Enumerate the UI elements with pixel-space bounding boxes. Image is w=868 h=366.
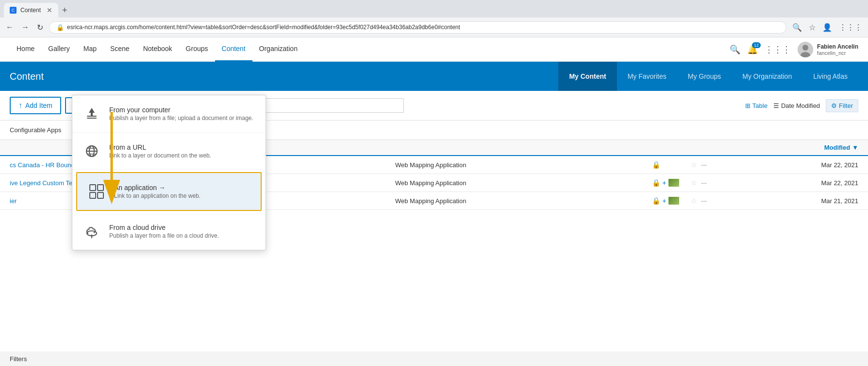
col-header-modified[interactable]: Modified ▼: [730, 144, 858, 151]
from-cloud-text: From a cloud drive Publish a layer from …: [109, 224, 219, 239]
apps-grid-button[interactable]: ⋮⋮⋮: [765, 44, 791, 55]
lock-icon-2: 🔒: [652, 179, 660, 187]
from-computer-title: From your computer: [109, 106, 253, 114]
more-button-3[interactable]: ···: [701, 197, 707, 205]
more-button-2[interactable]: ···: [701, 179, 707, 187]
add-item-dropdown: From your computer Publish a layer from …: [72, 95, 266, 250]
date-modified-button[interactable]: ☰ Date Modified: [773, 102, 820, 109]
an-application-desc: Link to an application on the web.: [114, 192, 200, 199]
sort-arrow: ▼: [852, 144, 858, 151]
star-button-1[interactable]: ☆: [691, 161, 697, 169]
content-tabs: My Content My Favorites My Groups My Org…: [558, 62, 858, 91]
thumbnail-2: [668, 179, 679, 187]
col-header-type: [395, 144, 652, 151]
tab-close-btn[interactable]: ✕: [47, 6, 52, 14]
refresh-button[interactable]: ↻: [35, 21, 45, 34]
nav-home[interactable]: Home: [10, 37, 41, 62]
section-title: Configurable Apps: [10, 126, 61, 134]
row-icons-1: 🔒: [652, 161, 691, 169]
add-icon-3[interactable]: +: [662, 197, 666, 205]
user-name: Fabien Ancelin: [817, 43, 858, 50]
add-item-button[interactable]: ↑ Add Item: [10, 97, 61, 114]
table-icon: ⊞: [745, 102, 751, 109]
row-actions-2: ☆ ···: [691, 179, 730, 187]
add-icon-2[interactable]: +: [662, 179, 666, 187]
row-modified-3: Mar 21, 2021: [730, 197, 858, 205]
nav-notebook[interactable]: Notebook: [136, 37, 179, 62]
star-button-2[interactable]: ☆: [691, 179, 697, 187]
dropdown-an-application[interactable]: An application → Link to an application …: [76, 172, 262, 211]
col-header-icons: [652, 144, 691, 151]
nav-gallery[interactable]: Gallery: [41, 37, 76, 62]
tab-favicon: C: [10, 7, 17, 14]
browser-search-btn[interactable]: 🔍: [790, 21, 804, 34]
star-button-3[interactable]: ☆: [691, 197, 697, 205]
avatar: [798, 42, 813, 57]
date-icon: ☰: [773, 102, 779, 109]
application-grid-icon: [87, 182, 106, 201]
row-modified-2: Mar 22, 2021: [730, 179, 858, 187]
row-actions-1: ☆ ···: [691, 161, 730, 169]
row-actions-3: ☆ ···: [691, 197, 730, 205]
add-item-icon: ↑: [18, 101, 22, 110]
svg-point-1: [802, 45, 808, 51]
tab-title: Content: [20, 7, 41, 14]
url-text: esrica-ncr.maps.arcgis.com/home/content.…: [67, 24, 460, 31]
cloud-icon: [82, 222, 101, 241]
forward-button[interactable]: →: [19, 21, 31, 34]
col-header-actions: [691, 144, 730, 151]
more-button-1[interactable]: ···: [701, 161, 707, 169]
row-modified-1: Mar 22, 2021: [730, 161, 858, 169]
svg-rect-13: [90, 192, 96, 198]
browser-tab[interactable]: C Content ✕: [4, 3, 58, 17]
browser-profile-btn[interactable]: 👤: [820, 21, 834, 34]
back-button[interactable]: ←: [4, 21, 16, 34]
svg-rect-4: [87, 118, 97, 119]
filter-button[interactable]: ⚙ Filter: [826, 99, 858, 112]
table-view-button[interactable]: ⊞ Table: [745, 102, 768, 109]
nav-map[interactable]: Map: [77, 37, 103, 62]
nav-organization[interactable]: Organization: [252, 37, 304, 62]
new-tab-button[interactable]: +: [58, 5, 71, 16]
search-button[interactable]: 🔍: [730, 44, 740, 55]
user-handle: fancelin_ncr: [817, 50, 858, 56]
browser-extensions-btn[interactable]: ⋮⋮⋮: [837, 21, 864, 34]
filters-footer: Filters: [0, 351, 868, 366]
row-type-3: Web Mapping Application: [395, 197, 652, 205]
notification-badge: 12: [752, 42, 761, 48]
tab-my-content[interactable]: My Content: [558, 62, 617, 91]
from-cloud-desc: Publish a layer from a file on a cloud d…: [109, 232, 219, 239]
notifications-button[interactable]: 🔔 12: [747, 44, 758, 55]
nav-content[interactable]: Content: [215, 37, 252, 62]
url-bar[interactable]: 🔒 esrica-ncr.maps.arcgis.com/home/conten…: [49, 21, 786, 34]
view-controls: ⊞ Table ☰ Date Modified ⚙ Filter: [745, 99, 858, 112]
filters-label: Filters: [10, 355, 27, 363]
tab-my-favorites[interactable]: My Favorites: [617, 62, 677, 91]
nav-groups[interactable]: Groups: [179, 37, 215, 62]
browser-bookmark-btn[interactable]: ☆: [807, 21, 818, 34]
content-header: Content My Content My Favorites My Group…: [0, 62, 868, 91]
content-page-title: Content: [10, 71, 44, 82]
add-item-label: Add Item: [25, 102, 52, 109]
date-modified-label: Date Modified: [781, 102, 820, 109]
svg-marker-5: [89, 108, 95, 116]
dropdown-from-cloud[interactable]: From a cloud drive Publish a layer from …: [72, 213, 266, 250]
row-type-1: Web Mapping Application: [395, 161, 652, 169]
lock-icon-3: 🔒: [652, 197, 660, 205]
table-label: Table: [752, 102, 768, 109]
modified-label: Modified: [824, 144, 850, 151]
user-area[interactable]: Fabien Ancelin fancelin_ncr: [798, 42, 858, 57]
dropdown-from-computer[interactable]: From your computer Publish a layer from …: [72, 95, 266, 133]
an-application-title: An application →: [114, 184, 200, 192]
tab-my-organization[interactable]: My Organization: [732, 62, 802, 91]
nav-scene[interactable]: Scene: [103, 37, 136, 62]
tab-my-groups[interactable]: My Groups: [677, 62, 732, 91]
dropdown-from-url[interactable]: From a URL Link to a layer or document o…: [72, 133, 266, 170]
from-computer-text: From your computer Publish a layer from …: [109, 106, 253, 122]
filter-icon: ⚙: [831, 102, 837, 109]
thumbnail-3: [668, 197, 679, 205]
tab-living-atlas[interactable]: Living Atlas: [802, 62, 858, 91]
an-application-text: An application → Link to an application …: [114, 184, 200, 199]
from-url-text: From a URL Link to a layer or document o…: [109, 143, 211, 159]
filter-label: Filter: [839, 102, 853, 109]
